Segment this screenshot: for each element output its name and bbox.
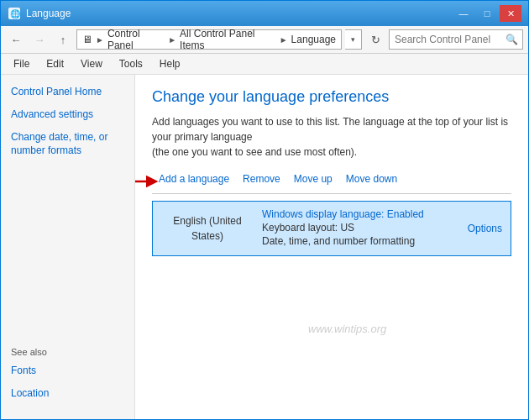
- refresh-button[interactable]: ↻: [365, 29, 385, 50]
- content-area: Control Panel Home Advanced settings Cha…: [1, 75, 528, 419]
- lang-formatting: Date, time, and number formatting: [262, 235, 451, 247]
- menu-tools[interactable]: Tools: [112, 55, 150, 72]
- title-bar-controls: — □ ✕: [453, 5, 521, 22]
- lang-display-language: Windows display language: Enabled: [262, 208, 451, 220]
- back-button[interactable]: ←: [6, 29, 26, 50]
- search-wrapper: 🔍: [389, 29, 523, 50]
- sidebar-link-fonts[interactable]: Fonts: [11, 364, 124, 378]
- search-input[interactable]: [389, 29, 523, 50]
- title-bar: 🌐 Language — □ ✕: [1, 1, 528, 26]
- window-title: Language: [26, 8, 71, 19]
- main-panel: Change your language preferences Add lan…: [135, 75, 528, 419]
- menu-bar: File Edit View Tools Help: [1, 54, 528, 75]
- menu-help[interactable]: Help: [152, 55, 188, 72]
- title-bar-left: 🌐 Language: [8, 7, 71, 20]
- remove-button[interactable]: Remove: [236, 171, 287, 186]
- move-up-button[interactable]: Move up: [287, 171, 339, 186]
- up-button[interactable]: ↑: [53, 29, 73, 50]
- page-title: Change your language preferences: [152, 88, 511, 106]
- menu-view[interactable]: View: [73, 55, 110, 72]
- move-down-button[interactable]: Move down: [339, 171, 404, 186]
- breadcrumb-sep-2: ►: [168, 35, 176, 45]
- svg-text:🌐: 🌐: [10, 8, 21, 19]
- language-list: English (UnitedStates) Windows display l…: [152, 201, 511, 256]
- address-breadcrumb[interactable]: 🖥 ► Control Panel ► All Control Panel It…: [76, 29, 342, 50]
- language-options-button[interactable]: Options: [459, 208, 502, 249]
- sidebar: Control Panel Home Advanced settings Cha…: [1, 75, 135, 419]
- sidebar-link-home[interactable]: Control Panel Home: [11, 85, 124, 99]
- close-button[interactable]: ✕: [500, 5, 521, 22]
- minimize-button[interactable]: —: [453, 5, 474, 22]
- breadcrumb-all-items[interactable]: All Control Panel Items: [180, 28, 276, 51]
- language-item-english[interactable]: English (UnitedStates) Windows display l…: [153, 202, 511, 255]
- sidebar-link-datetime[interactable]: Change date, time, or number formats: [11, 130, 124, 159]
- language-name: English (UnitedStates): [161, 208, 254, 249]
- menu-file[interactable]: File: [6, 55, 37, 72]
- breadcrumb-sep-1: ►: [96, 35, 104, 45]
- see-also-label: See also: [11, 347, 124, 357]
- main-window: 🌐 Language — □ ✕ ← → ↑ 🖥 ► Control Panel…: [0, 0, 529, 420]
- watermark: www.wintips.org: [308, 323, 386, 335]
- language-details: Windows display language: Enabled Keyboa…: [262, 208, 451, 249]
- language-toolbar: Add a language Remove Move up Move down: [152, 171, 511, 194]
- lang-keyboard: Keyboard layout: US: [262, 222, 451, 234]
- sidebar-link-location[interactable]: Location: [11, 386, 124, 401]
- sidebar-link-advanced[interactable]: Advanced settings: [11, 108, 124, 122]
- address-bar: ← → ↑ 🖥 ► Control Panel ► All Control Pa…: [1, 26, 528, 54]
- breadcrumb-control-panel[interactable]: Control Panel: [107, 28, 165, 51]
- add-language-button[interactable]: Add a language: [152, 171, 236, 186]
- menu-edit[interactable]: Edit: [39, 55, 71, 72]
- forward-button[interactable]: →: [29, 29, 50, 50]
- maximize-button[interactable]: □: [476, 5, 498, 22]
- address-dropdown-button[interactable]: ▾: [345, 29, 362, 50]
- toolbar-container: Add a language Remove Move up Move down: [152, 171, 511, 194]
- page-description: Add languages you want to use to this li…: [152, 114, 511, 160]
- window-icon: 🌐: [8, 7, 21, 20]
- breadcrumb-sep-3: ►: [280, 35, 288, 45]
- breadcrumb-home-icon: 🖥: [82, 34, 92, 45]
- breadcrumb-language[interactable]: Language: [291, 34, 336, 45]
